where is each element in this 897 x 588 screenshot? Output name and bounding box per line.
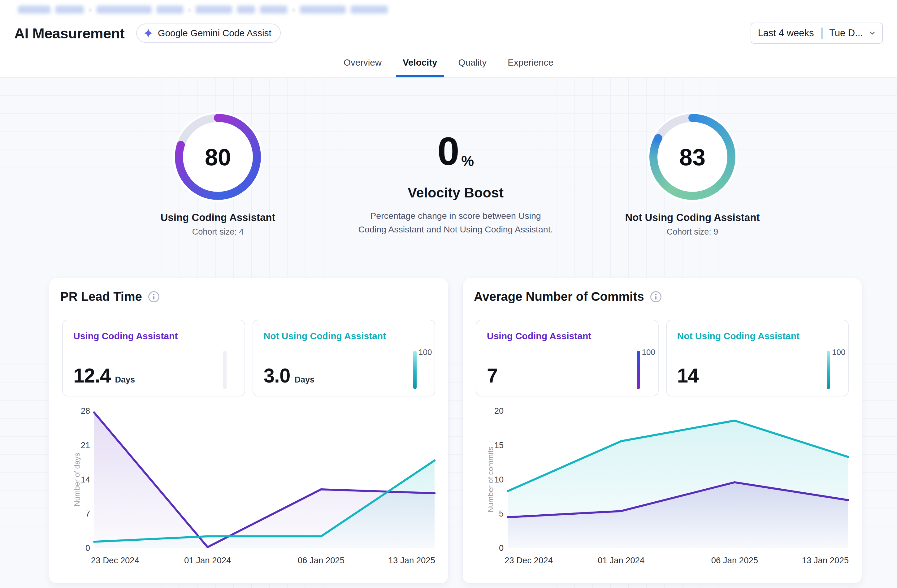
breadcrumb[interactable]: › › › [18,5,388,14]
stat-label: Using Coding Assistant [487,331,647,341]
svg-text:13 Jan 2025: 13 Jan 2025 [389,556,435,565]
date-range-divider: │ [820,28,825,39]
pr-lead-time-card: PR Lead Time Using Coding Assistant 12.4… [49,277,448,584]
breadcrumb-segment-redacted[interactable] [237,6,255,14]
pr-lead-time-title: PR Lead Time [60,290,142,303]
stat-mini-bar [223,351,227,389]
page-header: AI Measurement Google Gemini Code Assist [0,19,897,47]
breadcrumb-segment-redacted[interactable] [300,6,346,14]
dashboard-content: 80 Using Coding Assistant Cohort size: 4… [0,77,897,588]
velocity-boost-value: 0 [437,132,459,171]
svg-text:06 Jan 2025: 06 Jan 2025 [298,556,344,565]
avg-commits-chart: 05101520Number of commits23 Dec 202401 J… [463,402,862,575]
breadcrumb-segment-redacted[interactable] [157,6,183,14]
pr-lead-time-chart: 07142128Number of days23 Dec 202401 Jan … [49,402,448,575]
stat-value: 12.4 [73,364,111,387]
svg-text:Number of days: Number of days [73,453,81,506]
svg-text:23 Dec 2024: 23 Dec 2024 [91,556,139,565]
stat-mini-bar [827,351,830,389]
date-range-label: Last 4 weeks [758,28,814,39]
velocity-boost-description: Percentage change in score between Using… [357,209,555,236]
svg-text:01 Jan 2024: 01 Jan 2024 [184,556,231,565]
velocity-boost-title: Velocity Boost [347,185,564,201]
using-assistant-cohort-size: Cohort size: 4 [147,227,289,237]
using-assistant-score: 80 [175,114,261,200]
breadcrumb-segment-redacted[interactable] [260,6,287,14]
svg-text:10: 10 [494,475,504,484]
svg-text:7: 7 [86,509,90,518]
avg-commits-title: Average Number of Commits [474,290,644,303]
breadcrumb-segment-redacted[interactable] [55,6,84,14]
svg-text:20: 20 [494,406,504,416]
stat-box-using: Using Coding Assistant 7 100 [476,320,659,397]
chevron-down-icon [868,29,877,37]
svg-text:28: 28 [81,406,90,416]
svg-text:Number of commits: Number of commits [486,447,494,512]
info-icon[interactable] [650,291,662,303]
stat-box-not-using: Not Using Coding Assistant 14 100 [666,320,849,397]
svg-text:23 Dec 2024: 23 Dec 2024 [505,556,553,565]
stat-box-not-using: Not Using Coding Assistant 3.0 Days 100 [253,320,436,397]
stat-value: 3.0 [264,364,290,387]
breadcrumb-separator-icon: › [188,5,191,15]
date-range-selector[interactable]: Last 4 weeks │ Tue D... [751,23,883,44]
gemini-spark-icon [143,28,153,38]
stat-value: 14 [677,364,699,387]
using-assistant-label: Using Coding Assistant [147,212,289,224]
stat-mini-bar [413,351,416,389]
not-using-assistant-score-gauge: 83 [649,114,735,200]
velocity-boost-unit: % [461,153,474,169]
not-using-assistant-gauge-block: 83 Not Using Coding Assistant Cohort siz… [621,114,764,237]
date-range-detail: Tue D... [829,28,863,39]
stat-scale-max: 100 [642,348,658,357]
tab-experience[interactable]: Experience [506,48,555,77]
svg-text:0: 0 [86,544,90,553]
page-title: AI Measurement [14,25,124,42]
avg-commits-card: Average Number of Commits Using Coding A… [462,277,862,584]
svg-text:14: 14 [81,475,90,484]
stat-mini-bar [637,351,640,389]
using-assistant-gauge-block: 80 Using Coding Assistant Cohort size: 4 [147,114,289,237]
stat-unit: Days [115,375,135,385]
breadcrumb-separator-icon: › [292,5,295,15]
not-using-assistant-cohort-size: Cohort size: 9 [621,227,764,237]
breadcrumb-segment-redacted[interactable] [196,6,232,14]
gemini-badge-label: Google Gemini Code Assist [158,28,271,38]
svg-text:01 Jan 2024: 01 Jan 2024 [598,556,644,565]
stat-label: Not Using Coding Assistant [677,331,838,341]
stat-value: 7 [487,364,498,387]
tab-velocity[interactable]: Velocity [401,48,439,77]
info-icon[interactable] [148,291,160,303]
stat-scale-max: 100 [418,348,435,357]
not-using-assistant-score: 83 [649,114,735,200]
stat-label: Not Using Coding Assistant [264,331,424,341]
svg-text:5: 5 [499,509,504,518]
stat-label: Using Coding Assistant [73,331,234,341]
stat-box-using: Using Coding Assistant 12.4 Days [62,320,245,397]
breadcrumb-segment-redacted[interactable] [351,6,388,14]
gemini-badge: Google Gemini Code Assist [136,23,281,43]
tab-bar: Overview Velocity Quality Experience [0,48,897,77]
charts-row: PR Lead Time Using Coding Assistant 12.4… [0,277,897,587]
top-bar: › › › AI Measurement [0,0,897,77]
tab-quality[interactable]: Quality [456,48,489,77]
svg-text:15: 15 [494,441,504,450]
svg-text:21: 21 [81,441,90,450]
breadcrumb-segment-redacted[interactable] [96,6,152,14]
using-assistant-score-gauge: 80 [175,114,261,200]
not-using-assistant-label: Not Using Coding Assistant [621,212,764,224]
stat-unit: Days [294,375,314,385]
stat-scale-max: 100 [832,348,848,357]
breadcrumb-segment-redacted[interactable] [18,6,51,14]
svg-text:0: 0 [499,544,504,553]
tab-overview[interactable]: Overview [342,48,384,77]
svg-text:06 Jan 2025: 06 Jan 2025 [711,556,758,565]
breadcrumb-separator-icon: › [89,5,92,15]
svg-text:13 Jan 2025: 13 Jan 2025 [802,556,849,565]
velocity-boost-block: 0 % Velocity Boost Percentage change in … [347,132,564,236]
